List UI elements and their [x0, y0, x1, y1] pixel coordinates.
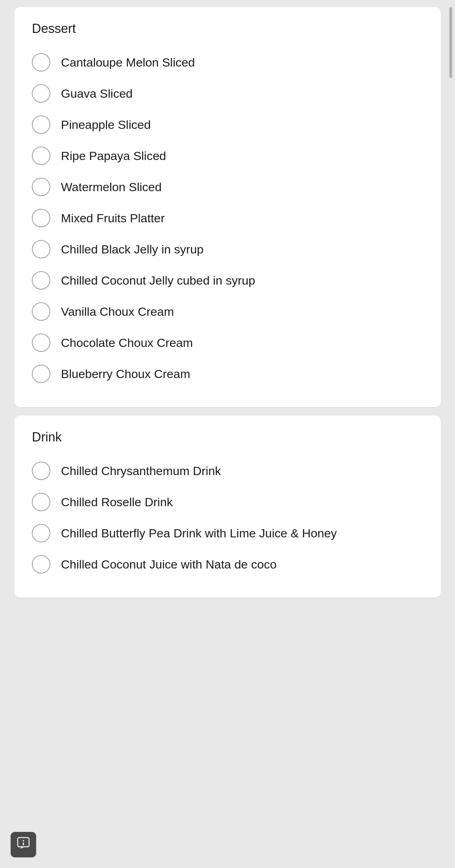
radio-button-watermelon[interactable]: [32, 178, 50, 196]
radio-button-vanilla-choux[interactable]: [32, 302, 50, 321]
radio-button-mixed-fruits[interactable]: [32, 209, 50, 227]
item-label-vanilla-choux: Vanilla Choux Cream: [61, 304, 174, 319]
radio-button-cantaloupe[interactable]: [32, 53, 50, 72]
item-label-guava: Guava Sliced: [61, 86, 133, 101]
feedback-button[interactable]: [11, 832, 36, 857]
drink-section-title: Drink: [32, 430, 423, 445]
feedback-icon: [17, 837, 30, 852]
radio-button-papaya[interactable]: [32, 147, 50, 165]
list-item[interactable]: Chilled Black Jelly in syrup: [32, 234, 423, 265]
svg-point-2: [23, 840, 24, 841]
list-item[interactable]: Pineapple Sliced: [32, 109, 423, 140]
list-item[interactable]: Cantaloupe Melon Sliced: [32, 47, 423, 78]
item-label-roselle: Chilled Roselle Drink: [61, 494, 173, 510]
item-label-watermelon: Watermelon Sliced: [61, 179, 162, 195]
item-label-black-jelly: Chilled Black Jelly in syrup: [61, 241, 204, 257]
radio-button-roselle[interactable]: [32, 493, 50, 511]
item-label-butterfly-pea: Chilled Butterfly Pea Drink with Lime Ju…: [61, 525, 337, 541]
drink-card: Drink Chilled Chrysanthemum Drink Chille…: [14, 416, 441, 598]
list-item[interactable]: Mixed Fruits Platter: [32, 202, 423, 234]
item-label-chocolate-choux: Chocolate Choux Cream: [61, 335, 193, 350]
list-item[interactable]: Ripe Papaya Sliced: [32, 140, 423, 171]
item-label-cantaloupe: Cantaloupe Melon Sliced: [61, 55, 195, 70]
list-item[interactable]: Guava Sliced: [32, 78, 423, 109]
radio-button-blueberry-choux[interactable]: [32, 365, 50, 383]
item-label-mixed-fruits: Mixed Fruits Platter: [61, 210, 165, 226]
item-label-blueberry-choux: Blueberry Choux Cream: [61, 366, 190, 382]
list-item[interactable]: Chilled Coconut Juice with Nata de coco: [32, 549, 423, 580]
list-item[interactable]: Chocolate Choux Cream: [32, 327, 423, 358]
svg-rect-3: [23, 843, 24, 845]
item-label-coconut-juice: Chilled Coconut Juice with Nata de coco: [61, 556, 277, 572]
list-item[interactable]: Chilled Butterfly Pea Drink with Lime Ju…: [32, 518, 423, 549]
dessert-section-title: Dessert: [32, 21, 423, 36]
list-item[interactable]: Chilled Chrysanthemum Drink: [32, 455, 423, 486]
list-item[interactable]: Vanilla Choux Cream: [32, 296, 423, 327]
item-label-pineapple: Pineapple Sliced: [61, 117, 151, 132]
dessert-card: Dessert Cantaloupe Melon Sliced Guava Sl…: [14, 7, 441, 407]
scrollbar[interactable]: [449, 7, 452, 78]
item-label-chrysanthemum: Chilled Chrysanthemum Drink: [61, 463, 221, 479]
list-item[interactable]: Watermelon Sliced: [32, 171, 423, 202]
item-label-papaya: Ripe Papaya Sliced: [61, 148, 166, 164]
radio-button-coconut-jelly[interactable]: [32, 271, 50, 290]
list-item[interactable]: Blueberry Choux Cream: [32, 358, 423, 389]
list-item[interactable]: Chilled Coconut Jelly cubed in syrup: [32, 265, 423, 296]
radio-button-chocolate-choux[interactable]: [32, 333, 50, 352]
list-item[interactable]: Chilled Roselle Drink: [32, 486, 423, 518]
radio-button-guava[interactable]: [32, 84, 50, 103]
radio-button-butterfly-pea[interactable]: [32, 524, 50, 542]
svg-rect-0: [18, 838, 29, 847]
radio-button-chrysanthemum[interactable]: [32, 462, 50, 480]
radio-button-pineapple[interactable]: [32, 115, 50, 134]
item-label-coconut-jelly: Chilled Coconut Jelly cubed in syrup: [61, 273, 255, 288]
radio-button-black-jelly[interactable]: [32, 240, 50, 258]
radio-button-coconut-juice[interactable]: [32, 555, 50, 573]
